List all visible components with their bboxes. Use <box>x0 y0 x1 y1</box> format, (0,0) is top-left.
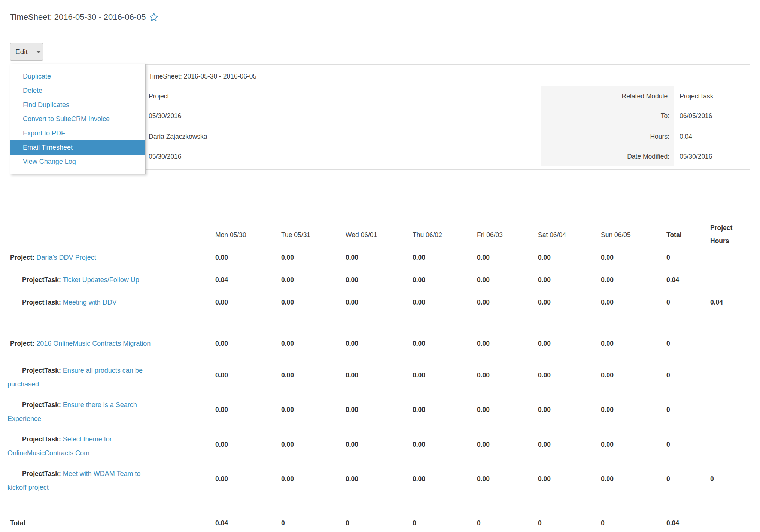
cell-value: 0.00 <box>601 276 614 284</box>
menu-item-export-to-pdf[interactable]: Export to PDF <box>10 126 145 140</box>
cell-value: 0.00 <box>601 441 614 449</box>
panel-left-value: TimeSheet: 2016-05-30 - 2016-06-05 <box>149 73 256 80</box>
row-prefix: ProjectTask: <box>22 435 61 443</box>
column-header-total: Total <box>666 231 682 239</box>
cell-value: 0.00 <box>281 372 294 379</box>
favorite-star-icon[interactable] <box>149 12 159 22</box>
menu-item-delete[interactable]: Delete <box>10 83 145 98</box>
cell-value: 0.00 <box>281 406 294 414</box>
task-row-label: ProjectTask: Ticket Updates/Follow Up <box>7 276 139 284</box>
cell-value: 0.00 <box>413 254 425 262</box>
cell-value: 0.00 <box>413 340 425 348</box>
cell-value: 0.00 <box>215 340 228 348</box>
task-link-wrap-line[interactable]: kickoff project <box>7 484 49 492</box>
task-link[interactable]: Meeting with DDV <box>63 299 117 306</box>
column-header-project-hours: Project Hours <box>710 221 751 248</box>
cell-value: 0.00 <box>413 475 425 483</box>
cell-value: 0.00 <box>346 340 358 348</box>
cell-value: 0.00 <box>346 406 358 414</box>
cell-value: 0.00 <box>346 475 358 483</box>
task-link-wrap-line[interactable]: Experience <box>7 415 41 423</box>
task-row-label: ProjectTask: Ensure there is a Search <box>7 401 137 409</box>
task-row-label: ProjectTask: Meet with WDAM Team to <box>7 470 141 478</box>
task-link[interactable]: Ensure there is a Search <box>63 401 137 409</box>
column-header-mon-05-30: Mon 05/30 <box>215 231 246 239</box>
panel-left-value: 05/30/2016 <box>149 153 182 160</box>
task-link-wrap-line[interactable]: purchased <box>7 380 39 388</box>
cell-value: 0.00 <box>346 441 358 449</box>
panel-field-label: Related Module: <box>622 92 669 100</box>
total-row-value: 0 <box>538 519 542 527</box>
panel-field-label: To: <box>661 112 669 120</box>
menu-item-find-duplicates[interactable]: Find Duplicates <box>10 98 145 112</box>
cell-value: 0.00 <box>477 406 490 414</box>
row-prefix: ProjectTask: <box>22 401 61 409</box>
cell-value: 0.00 <box>413 299 425 306</box>
total-row-value: 0 <box>413 519 416 527</box>
cell-value: 0.00 <box>601 406 614 414</box>
total-row-value: 0 <box>346 519 349 527</box>
panel-field-label: Date Modified: <box>627 153 669 160</box>
total-row-value: 0 <box>601 519 605 527</box>
task-link[interactable]: Select theme for <box>63 435 112 443</box>
cell-value: 0.00 <box>538 475 551 483</box>
cell-total: 0 <box>666 340 670 348</box>
cell-value: 0.00 <box>477 340 490 348</box>
cell-value: 0.00 <box>601 372 614 379</box>
cell-value: 0.00 <box>215 441 228 449</box>
menu-item-convert-to-suitecrm-invoice[interactable]: Convert to SuiteCRM Invoice <box>10 112 145 126</box>
cell-value: 0.00 <box>215 254 228 262</box>
cell-value: 0.00 <box>538 441 551 449</box>
panel-field-value: 05/30/2016 <box>680 153 712 160</box>
task-link[interactable]: Meet with WDAM Team to <box>63 470 141 477</box>
row-prefix: ProjectTask: <box>22 367 61 374</box>
cell-value: 0.00 <box>477 372 490 379</box>
total-row-value: 0.04 <box>215 519 228 527</box>
project-row-label: Project: 2016 OnlineMusic Contracts Migr… <box>7 340 151 348</box>
cell-value: 0.00 <box>413 372 425 379</box>
row-prefix: ProjectTask: <box>22 299 61 306</box>
project-link[interactable]: 2016 OnlineMusic Contracts Migration <box>36 340 151 347</box>
panel-left-value: Project <box>149 92 169 100</box>
cell-total: 0 <box>666 406 670 414</box>
column-header-sun-06-05: Sun 06/05 <box>601 231 631 239</box>
task-link-wrap-line[interactable]: OnlineMusicContracts.Com <box>7 449 89 457</box>
menu-item-duplicate[interactable]: Duplicate <box>10 69 145 83</box>
row-prefix: ProjectTask: <box>22 276 61 284</box>
project-row-label: Project: Daria's DDV Project <box>7 254 96 262</box>
cell-value: 0.00 <box>346 299 358 306</box>
cell-project-hours: 0.04 <box>710 299 723 306</box>
edit-button-label: Edit <box>10 48 28 56</box>
task-link[interactable]: Ensure all products can be <box>63 367 143 374</box>
menu-item-email-timesheet[interactable]: Email Timesheet <box>10 140 145 155</box>
edit-button[interactable]: Edit <box>10 43 43 61</box>
cell-value: 0.00 <box>538 372 551 379</box>
row-prefix: Project: <box>10 340 34 347</box>
cell-value: 0.00 <box>413 441 425 449</box>
cell-value: 0.00 <box>477 299 490 306</box>
cell-project-hours: 0 <box>710 475 714 483</box>
cell-value: 0.00 <box>601 254 614 262</box>
cell-value: 0.00 <box>215 299 228 306</box>
cell-value: 0.00 <box>601 475 614 483</box>
panel-left-value: Daria Zajaczkowska <box>149 133 207 141</box>
cell-value: 0.00 <box>281 254 294 262</box>
cell-value: 0.00 <box>538 299 551 306</box>
cell-total: 0 <box>666 475 670 483</box>
task-row-label: ProjectTask: Select theme for <box>7 435 112 443</box>
page-title: TimeSheet: 2016-05-30 - 2016-06-05 <box>10 12 146 22</box>
task-link[interactable]: Ticket Updates/Follow Up <box>63 276 139 284</box>
panel-left-value: 05/30/2016 <box>149 112 182 120</box>
cell-value: 0.00 <box>346 372 358 379</box>
cell-value: 0.00 <box>601 299 614 306</box>
project-link[interactable]: Daria's DDV Project <box>36 254 96 261</box>
panel-field-value: 0.04 <box>680 133 692 141</box>
cell-value: 0.00 <box>538 276 551 284</box>
cell-value: 0.00 <box>601 340 614 348</box>
cell-value: 0.04 <box>215 276 228 284</box>
caret-down-icon[interactable] <box>36 51 41 53</box>
column-header-thu-06-02: Thu 06/02 <box>413 231 442 239</box>
menu-item-view-change-log[interactable]: View Change Log <box>10 155 145 169</box>
row-prefix: ProjectTask: <box>22 470 61 477</box>
cell-value: 0.00 <box>538 254 551 262</box>
